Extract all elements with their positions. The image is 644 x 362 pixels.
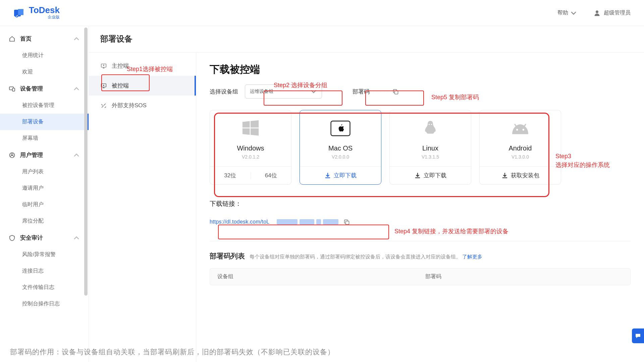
svg-line-13 (524, 124, 526, 127)
card-footer: 立即下载 (300, 166, 381, 184)
download-icon (414, 172, 421, 179)
content: 部署设备 主控端 被控端 外部支持SOS (89, 26, 644, 362)
os-name: Linux (422, 144, 438, 152)
chevron-up-icon (73, 235, 80, 241)
chat-fab[interactable] (632, 328, 644, 343)
os-version: V1.3.0.0 (512, 154, 529, 160)
svg-rect-10 (394, 91, 398, 94)
os-card-windows[interactable]: Windows V2.0.1.2 32位 64位 (210, 110, 291, 185)
nav-item-seat-alloc[interactable]: 席位分配 (0, 213, 89, 229)
section-title: 下载被控端 (210, 63, 631, 76)
chevron-up-icon (73, 85, 80, 92)
download-button[interactable]: 立即下载 (324, 172, 357, 179)
download-32bit-button[interactable]: 32位 (210, 172, 251, 179)
user-name: 超级管理员 (604, 9, 631, 16)
shield-icon (9, 235, 15, 241)
nav-group-label: 用户管理 (20, 151, 43, 159)
os-card-linux[interactable]: Linux V1.3.1.5 立即下载 (389, 110, 471, 185)
copy-icon[interactable] (343, 219, 350, 225)
redacted-mask (277, 219, 338, 225)
monitor-in-icon (100, 82, 107, 89)
nav-group-users[interactable]: 用户管理 (0, 146, 89, 164)
svg-point-14 (516, 129, 518, 130)
help-menu[interactable]: 帮助 (557, 9, 577, 16)
os-name: Windows (237, 144, 264, 152)
card-footer: 获取安装包 (480, 166, 561, 184)
nav-item-screenwall[interactable]: 屏幕墙 (0, 130, 89, 146)
table-header: 设备组 部署码 (210, 268, 631, 285)
group-label: 选择设备组 (210, 88, 238, 96)
home-icon (9, 36, 15, 42)
page-title: 部署设备 (89, 26, 644, 47)
nav-group-label: 安全审计 (20, 234, 43, 242)
tab-controller[interactable]: 主控端 (89, 56, 196, 76)
nav-item-deploy[interactable]: 部署设备 (0, 114, 89, 130)
os-card-android[interactable]: Android V1.3.0.0 获取安装包 (479, 110, 561, 185)
th-deploy-code: 部署码 (425, 273, 623, 280)
help-label: 帮助 (557, 9, 568, 16)
select-value: 运维设备组 (250, 88, 273, 95)
os-version: V2.0.0.0 (332, 154, 349, 160)
deploy-code-label: 部署码 (353, 88, 370, 96)
os-version: V1.3.1.5 (422, 154, 439, 160)
download-link-url[interactable]: https://dl.todesk.com/toL (210, 219, 269, 225)
sidebar-scrollbar[interactable] (84, 26, 88, 362)
nav-item-invite-user[interactable]: 邀请用户 (0, 180, 89, 196)
nav-item-console-log[interactable]: 控制台操作日志 (0, 296, 89, 312)
svg-line-12 (515, 124, 517, 127)
get-package-button[interactable]: 获取安装包 (501, 172, 539, 179)
nav-item-temp-user[interactable]: 临时用户 (0, 196, 89, 213)
card-footer: 32位 64位 (210, 166, 291, 184)
nav-group-devices[interactable]: 设备管理 (0, 80, 89, 97)
chevron-down-icon (570, 10, 577, 16)
deploy-list-title: 部署码列表 (210, 251, 245, 261)
copy-icon[interactable] (392, 88, 399, 95)
nav-group-home[interactable]: 首页 (0, 30, 89, 47)
nav-group-label: 设备管理 (20, 85, 43, 93)
nav-group-audit[interactable]: 安全审计 (0, 229, 89, 246)
user-icon (594, 10, 600, 16)
logo-edition: 企业版 (29, 14, 60, 20)
tabs: 主控端 被控端 外部支持SOS (89, 53, 196, 362)
download-64bit-button[interactable]: 64位 (251, 172, 291, 179)
nav-item-controlled-devices[interactable]: 被控设备管理 (0, 97, 89, 114)
devices-icon (9, 85, 15, 92)
download-label: 立即下载 (334, 172, 357, 179)
os-name: Android (509, 144, 532, 152)
logo-text: ToDesk (29, 6, 60, 14)
nav-item-welcome[interactable]: 欢迎 (0, 64, 89, 80)
logo[interactable]: ToDesk 企业版 (13, 6, 60, 20)
nav-item-file-log[interactable]: 文件传输日志 (0, 279, 89, 296)
user-menu[interactable]: 超级管理员 (594, 9, 631, 16)
nav-item-risk-alert[interactable]: 风险/异常报警 (0, 246, 89, 263)
tab-label: 外部支持SOS (112, 102, 147, 109)
tab-controlled[interactable]: 被控端 (89, 76, 196, 96)
windows-icon (239, 118, 262, 138)
svg-point-15 (523, 129, 524, 130)
os-version: V2.0.1.2 (242, 154, 259, 160)
os-name: Mac OS (328, 144, 353, 152)
tab-sos[interactable]: 外部支持SOS (89, 96, 196, 115)
th-device-group: 设备组 (217, 273, 425, 280)
svg-point-1 (15, 14, 18, 17)
users-icon (9, 152, 15, 159)
chevron-up-icon (73, 152, 80, 159)
main-panel: 下载被控端 选择设备组 运维设备组 部署码 · · · · · (196, 53, 644, 362)
chevron-up-icon (73, 36, 80, 42)
device-group-select[interactable]: 运维设备组 (245, 84, 322, 99)
download-button[interactable]: 立即下载 (414, 172, 446, 179)
footer-note: 部署码的作用：设备与设备组自动关联，当部署码刷新后，旧的部署码失效（不影响已关联… (10, 347, 335, 357)
nav-item-conn-log[interactable]: 连接日志 (0, 263, 89, 279)
logo-icon (13, 8, 25, 18)
svg-point-2 (596, 10, 598, 13)
nav-group-label: 首页 (20, 35, 32, 43)
download-icon (501, 172, 508, 179)
apple-icon (329, 118, 352, 138)
download-link: https://dl.todesk.com/toL (210, 215, 384, 229)
android-icon (509, 118, 532, 138)
nav-item-user-list[interactable]: 用户列表 (0, 164, 89, 180)
nav-item-usage[interactable]: 使用统计 (0, 47, 89, 64)
learn-more-link[interactable]: 了解更多 (462, 254, 482, 259)
svg-point-6 (11, 154, 13, 155)
os-card-macos[interactable]: Mac OS V2.0.0.0 立即下载 (300, 110, 381, 185)
